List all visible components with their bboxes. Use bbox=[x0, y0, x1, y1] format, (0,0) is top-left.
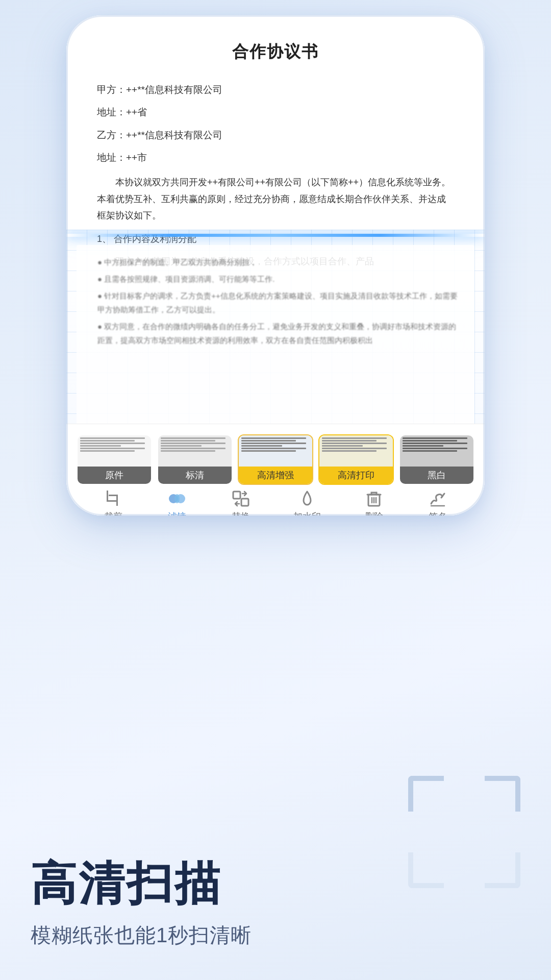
doc-line-1: 甲方：++**信息科技有限公司 bbox=[97, 82, 454, 98]
tool-sign-label: 签名 bbox=[429, 510, 447, 516]
scan-text-4: 双方同意，在合作的微绩内明确各自的任务分工，避免业务开发的支义和重叠，协调好市场… bbox=[89, 320, 462, 347]
filter-standard-thumb bbox=[158, 435, 232, 467]
filter-hd-enhance[interactable]: 高清增强 bbox=[238, 434, 313, 485]
tool-icons-row: 裁剪 滤镜 bbox=[66, 489, 485, 516]
feature-subtitle: 模糊纸张也能1秒扫清晰 bbox=[31, 921, 520, 949]
filter-bw-thumb bbox=[400, 435, 473, 467]
filter-options: 原件 标清 bbox=[66, 430, 485, 489]
watermark-icon bbox=[296, 489, 318, 508]
scan-icon-decoration bbox=[408, 776, 520, 888]
phone-screen: 合作协议书 甲方：++**信息科技有限公司 地址：++省 乙方：++**信息科技… bbox=[66, 15, 485, 516]
tool-crop[interactable]: 裁剪 bbox=[103, 489, 124, 516]
tool-delete[interactable]: 删除 bbox=[363, 489, 385, 516]
scan-bracket-bl bbox=[408, 852, 444, 888]
tool-watermark-label: 加水印 bbox=[293, 510, 321, 516]
svg-point-6 bbox=[174, 494, 180, 503]
svg-rect-1 bbox=[107, 500, 118, 502]
doc-body: 本协议就双方共同开发++有限公司++有限公司（以下简称++）信息化系统等业务。本… bbox=[97, 174, 454, 224]
scan-text-1: 中方担保产的制造、甲乙双方共协商分别担， bbox=[89, 255, 462, 269]
svg-rect-7 bbox=[233, 492, 240, 499]
scan-text-2: 且需各按照规律、项目资源消调、可行能筹等工作. bbox=[89, 272, 462, 286]
tool-watermark[interactable]: 加水印 bbox=[293, 489, 321, 516]
scan-bracket-tr bbox=[485, 776, 520, 812]
replace-icon bbox=[230, 489, 252, 508]
tool-filter-label: 滤镜 bbox=[168, 510, 186, 516]
sign-icon bbox=[427, 489, 448, 508]
scan-text-3: 针对目标客户的调求，乙方负责++信息化系统的方案策略建设、项目实施及清目收款等技… bbox=[89, 289, 462, 316]
filter-standard[interactable]: 标清 bbox=[157, 434, 233, 485]
tool-replace-label: 替换 bbox=[232, 510, 250, 516]
scan-bracket-br bbox=[485, 852, 520, 888]
delete-icon bbox=[363, 489, 385, 508]
phone-mockup: 合作协议书 甲方：++**信息科技有限公司 地址：++省 乙方：++**信息科技… bbox=[66, 15, 485, 516]
doc-line-4: 地址：++市 bbox=[97, 150, 454, 166]
svg-rect-8 bbox=[241, 499, 248, 506]
scan-document: 中方担保产的制造、甲乙双方共协商分别担， 且需各按照规律、项目资源消调、可行能筹… bbox=[77, 245, 474, 454]
filter-original[interactable]: 原件 bbox=[77, 434, 152, 485]
filter-original-label: 原件 bbox=[78, 467, 151, 484]
filter-bw-label: 黑白 bbox=[400, 467, 473, 484]
scan-overlay: 中方担保产的制造、甲乙双方共协商分别担， 且需各按照规律、项目资源消调、可行能筹… bbox=[66, 230, 485, 454]
filter-print-label: 高清打印 bbox=[319, 467, 393, 484]
document-area: 合作协议书 甲方：++**信息科技有限公司 地址：++省 乙方：++**信息科技… bbox=[66, 15, 485, 265]
crop-icon bbox=[103, 489, 124, 508]
tool-sign[interactable]: 签名 bbox=[427, 489, 448, 516]
filter-hd-thumb bbox=[239, 435, 312, 467]
filter-icon bbox=[166, 489, 188, 508]
svg-rect-0 bbox=[107, 491, 108, 502]
filter-bw[interactable]: 黑白 bbox=[399, 434, 474, 485]
tool-replace[interactable]: 替换 bbox=[230, 489, 252, 516]
doc-line-3: 乙方：++**信息科技有限公司 bbox=[97, 127, 454, 143]
tool-crop-label: 裁剪 bbox=[104, 510, 122, 516]
scan-line bbox=[66, 234, 485, 237]
filter-original-thumb bbox=[78, 435, 151, 467]
svg-rect-2 bbox=[116, 495, 118, 506]
filter-standard-label: 标清 bbox=[158, 467, 232, 484]
doc-line-2: 地址：++省 bbox=[97, 104, 454, 120]
svg-rect-3 bbox=[109, 495, 118, 496]
feature-section: 高清扫描 模糊纸张也能1秒扫清晰 bbox=[0, 551, 551, 980]
filter-hd-label: 高清增强 bbox=[239, 467, 312, 484]
filter-print-thumb bbox=[319, 435, 393, 467]
bottom-toolbar: 原件 标清 bbox=[66, 424, 485, 516]
filter-hd-print[interactable]: 高清打印 bbox=[318, 434, 394, 485]
tool-filter[interactable]: 滤镜 bbox=[166, 489, 188, 516]
tool-delete-label: 删除 bbox=[365, 510, 383, 516]
document-title: 合作协议书 bbox=[97, 41, 454, 63]
scan-bracket-tl bbox=[408, 776, 444, 812]
